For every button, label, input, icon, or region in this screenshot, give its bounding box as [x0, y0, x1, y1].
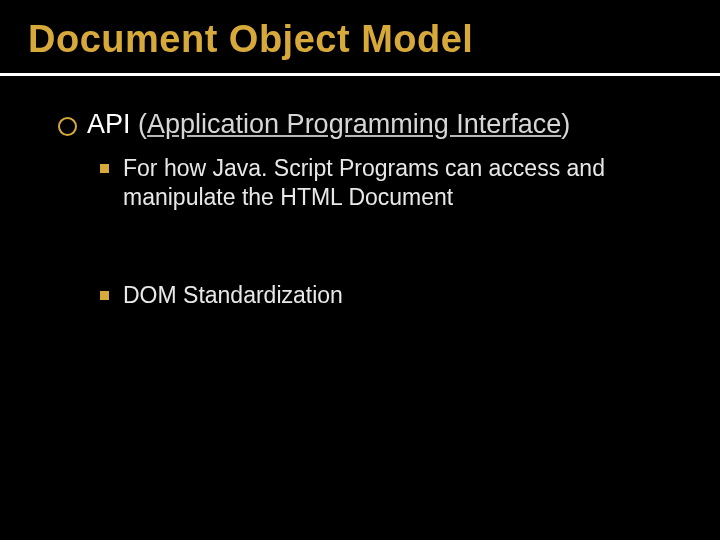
api-expansion: Application Programming Interface	[147, 109, 561, 139]
slide: Document Object Model API (Application P…	[0, 0, 720, 540]
bullet-level-1-text: API (Application Programming Interface)	[87, 108, 570, 142]
paren-close: )	[561, 109, 570, 139]
bullet-level-2-text: DOM Standardization	[123, 281, 343, 310]
bullet-level-1: API (Application Programming Interface)	[58, 108, 680, 142]
bullet-level-2-text: For how Java. Script Programs can access…	[123, 154, 660, 212]
bullet-level-2: For how Java. Script Programs can access…	[100, 154, 660, 212]
slide-content: API (Application Programming Interface) …	[0, 76, 720, 310]
paren-open: (	[138, 109, 147, 139]
circle-bullet-icon	[58, 117, 77, 136]
square-bullet-icon	[100, 164, 109, 173]
bullet-level-2: DOM Standardization	[100, 281, 660, 310]
api-prefix: API	[87, 109, 138, 139]
slide-title: Document Object Model	[0, 0, 720, 71]
square-bullet-icon	[100, 291, 109, 300]
